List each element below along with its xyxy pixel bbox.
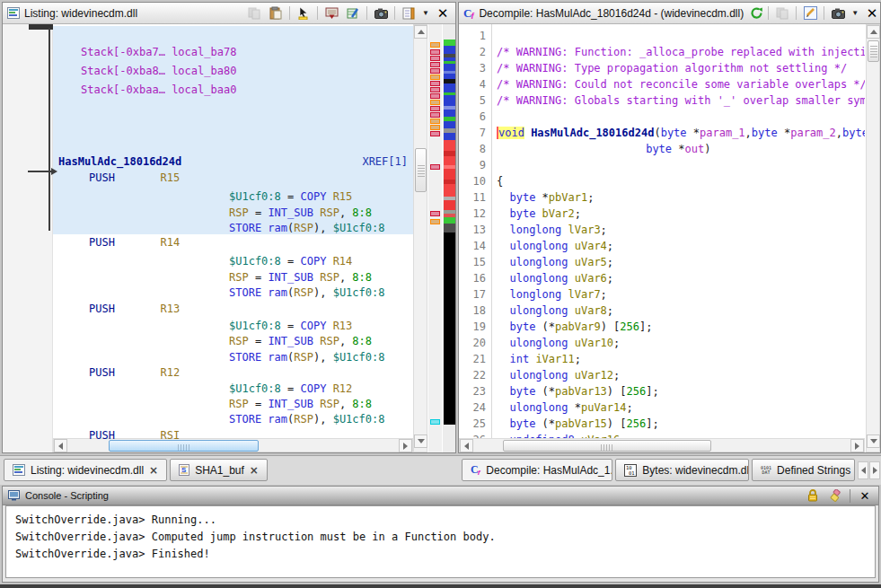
refresh-icon[interactable] xyxy=(750,6,763,20)
vscroll-thumb[interactable] xyxy=(868,40,879,62)
listing-line[interactable]: HasMulAdc_18016d24d xyxy=(58,155,181,169)
listing-line[interactable]: Stack[-0xba7… local_ba78 xyxy=(81,46,236,59)
red-marker[interactable] xyxy=(430,68,440,74)
listing-line[interactable]: RSP = INT_SUB RSP, 8:8 xyxy=(229,398,372,411)
listing-line[interactable]: STORE ram(RSP), $U1cf0:8 xyxy=(229,413,384,426)
orange-marker[interactable] xyxy=(430,75,440,80)
edit-pencil-icon[interactable] xyxy=(802,5,818,22)
orange-marker[interactable] xyxy=(430,125,440,130)
decompile-line[interactable]: ulonglong uVar4; xyxy=(497,240,865,253)
copy-icon[interactable] xyxy=(774,5,790,22)
listing-content[interactable]: Stack[-0xba7… local_ba78Stack[-0xba8… lo… xyxy=(53,24,413,452)
listing-line[interactable]: STORE ram(RSP), $U1cf0:8 xyxy=(229,286,384,300)
red-marker[interactable] xyxy=(430,131,440,136)
decompile-view[interactable]: 12/* WARNING: Function: _alloca_probe re… xyxy=(459,24,880,452)
listing-line[interactable]: Stack[-0xba8… local_ba80 xyxy=(81,65,236,78)
hscroll-thumb[interactable] xyxy=(503,440,711,452)
decompile-line[interactable]: byte (*pabVar9) [256]; xyxy=(497,320,865,334)
snapshot-camera-icon[interactable] xyxy=(830,5,846,22)
scroll-right-icon[interactable] xyxy=(850,439,864,452)
chevron-down-icon[interactable]: ▼ xyxy=(851,9,859,17)
screen-arrow-icon[interactable] xyxy=(323,5,339,22)
close-icon[interactable]: ✕ xyxy=(435,5,451,22)
tab-close-icon[interactable]: × xyxy=(250,464,259,477)
copy-icon[interactable] xyxy=(246,5,262,22)
orange-marker[interactable] xyxy=(430,42,440,48)
decompile-line[interactable] xyxy=(497,30,865,43)
red-marker[interactable] xyxy=(430,87,440,92)
listing-line[interactable]: Stack[-0xbaa… local_baa0 xyxy=(81,83,236,97)
overview-stripe[interactable] xyxy=(444,200,455,210)
red-marker[interactable] xyxy=(430,112,440,118)
close-icon[interactable]: ✕ xyxy=(857,487,873,504)
listing-vscrollbar[interactable] xyxy=(413,24,427,452)
listing-view[interactable]: Stack[-0xba7… local_ba78Stack[-0xba8… lo… xyxy=(3,24,455,452)
tab-bytes-widevinecdm-dll[interactable]: 1001Bytes: widevinecdm.dll× xyxy=(615,459,749,481)
listing-line[interactable]: RSP = INT_SUB RSP, 8:8 xyxy=(229,335,372,348)
overview-navigation-bar[interactable] xyxy=(443,24,455,452)
overview-stripe[interactable] xyxy=(444,95,455,106)
listing-line[interactable]: PUSH R12 xyxy=(89,366,180,380)
red-marker[interactable] xyxy=(430,211,440,216)
paste-icon[interactable] xyxy=(268,5,284,22)
overview-stripe[interactable] xyxy=(444,233,455,425)
decompile-line[interactable]: byte *out) xyxy=(497,143,865,156)
orange-marker[interactable] xyxy=(430,100,440,105)
decompile-line[interactable]: void HasMulAdc_18016d24d(byte *param_1,b… xyxy=(497,127,865,140)
scroll-down-icon[interactable] xyxy=(867,434,880,448)
cyan-marker[interactable] xyxy=(430,419,440,425)
listing-line[interactable]: $U1cf0:8 = COPY R12 xyxy=(229,382,352,396)
vscroll-thumb[interactable] xyxy=(415,148,427,192)
scroll-up-icon[interactable] xyxy=(867,25,880,39)
decompile-line[interactable]: ulonglong uVar8; xyxy=(497,304,865,318)
bookview-icon[interactable] xyxy=(401,5,417,22)
decompile-line[interactable]: byte (*pabVar15) [256]; xyxy=(497,417,865,431)
chevron-down-icon[interactable]: ▼ xyxy=(422,9,429,17)
listing-line[interactable]: PUSH R13 xyxy=(89,303,180,316)
overview-stripe[interactable] xyxy=(444,156,455,165)
overview-stripe[interactable] xyxy=(444,83,455,92)
overview-stripe[interactable] xyxy=(444,224,455,233)
decompile-hscrollbar[interactable] xyxy=(459,438,865,452)
decompile-line[interactable]: longlong lVar7; xyxy=(497,288,865,302)
overview-stripe[interactable] xyxy=(444,217,455,224)
tab-listing-widevinecdm-dll[interactable]: Listing: widevinecdm.dll× xyxy=(4,459,167,481)
listing-line[interactable]: RSP = INT_SUB RSP, 8:8 xyxy=(229,271,372,285)
scroll-right-icon[interactable] xyxy=(399,439,412,452)
listing-line[interactable]: $U1cf0:8 = COPY R13 xyxy=(229,320,352,333)
decompile-line[interactable]: ulonglong uVar5; xyxy=(497,256,865,269)
console-output[interactable]: SwitchOverride.java> Running...SwitchOve… xyxy=(5,505,876,578)
decompile-line[interactable]: ulonglong uVar10; xyxy=(497,337,865,350)
decompile-line[interactable]: int iVar11; xyxy=(497,353,865,366)
red-marker[interactable] xyxy=(430,164,440,170)
snapshot-camera-icon[interactable] xyxy=(373,5,389,22)
red-marker[interactable] xyxy=(430,56,440,61)
listing-line[interactable]: PUSH RSI xyxy=(89,429,180,443)
clear-console-icon[interactable] xyxy=(827,487,843,504)
tab-decompile-hasmuladc-1[interactable]: CfDecompile: HasMulAdc_1...× xyxy=(462,459,612,481)
red-marker[interactable] xyxy=(430,81,440,86)
tab-scroll-right-icon[interactable] xyxy=(869,461,880,479)
listing-line[interactable]: RSP = INT_SUB RSP, 8:8 xyxy=(229,206,372,220)
decompile-code[interactable]: 12/* WARNING: Function: _alloca_probe re… xyxy=(459,24,865,438)
red-marker[interactable] xyxy=(430,106,440,111)
decompile-line[interactable]: /* WARNING: Could not reconcile some var… xyxy=(497,78,865,92)
scroll-up-icon[interactable] xyxy=(414,25,427,39)
decompile-line[interactable]: byte *pbVar1; xyxy=(497,191,865,205)
tab-close-icon[interactable]: × xyxy=(149,464,158,477)
decompile-vscrollbar[interactable] xyxy=(866,24,880,452)
decompile-line[interactable] xyxy=(497,159,865,172)
tab-sha1-buf[interactable]: SSHA1_buf× xyxy=(170,459,268,481)
overview-stripe[interactable] xyxy=(444,64,455,71)
bookmark-marker-margin[interactable] xyxy=(428,24,442,452)
red-marker[interactable] xyxy=(430,49,440,55)
scroll-left-icon[interactable] xyxy=(460,439,473,452)
overview-stripe[interactable] xyxy=(444,140,455,151)
decompile-line[interactable]: /* WARNING: Globals starting with '_' ov… xyxy=(497,94,865,108)
listing-line[interactable]: $U1cf0:8 = COPY R15 xyxy=(229,190,352,204)
overview-stripe[interactable] xyxy=(444,184,455,197)
scroll-left-icon[interactable] xyxy=(54,439,67,452)
decompile-line[interactable]: ulonglong uVar12; xyxy=(497,369,865,382)
orange-marker[interactable] xyxy=(430,118,440,124)
red-marker[interactable] xyxy=(430,93,440,99)
